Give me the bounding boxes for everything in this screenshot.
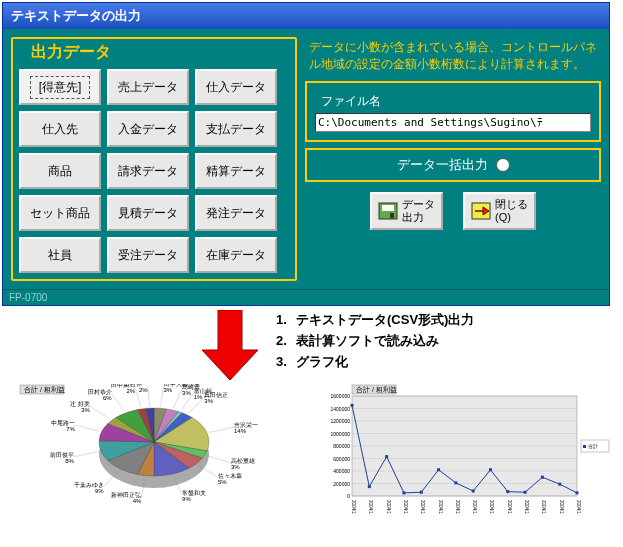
svg-text:2%: 2% [139, 387, 148, 393]
category-button-11[interactable]: 発注データ [195, 195, 277, 231]
step-2: 2.表計算ソフトで読み込み [276, 331, 474, 352]
step-number: 3. [276, 352, 296, 373]
svg-rect-81 [437, 468, 440, 471]
svg-text:1%: 1% [194, 394, 203, 400]
svg-text:14%: 14% [234, 428, 247, 434]
category-button-8[interactable]: 精算データ [195, 153, 277, 189]
svg-text:2004/1/25: 2004/1/25 [524, 500, 529, 514]
flow-section: 1.テキストデータ(CSV形式)出力2.表計算ソフトで読み込み3.グラフ化 [200, 310, 623, 380]
action-row: データ 出力 閉じる (Q) [305, 192, 601, 230]
category-button-7[interactable]: 請求データ [107, 153, 189, 189]
svg-rect-87 [541, 476, 544, 479]
exit-arrow-icon [471, 202, 491, 220]
step-text: 表計算ソフトで読み込み [296, 331, 439, 352]
app-body: 出力データ [得意先]売上データ仕入データ仕入先入金データ支払データ商品請求デー… [3, 29, 609, 289]
steps-list: 1.テキストデータ(CSV形式)出力2.表計算ソフトで読み込み3.グラフ化 [276, 310, 474, 372]
svg-text:新神田正弘: 新神田正弘 [111, 491, 141, 498]
svg-text:600000: 600000 [333, 456, 350, 462]
svg-rect-1 [382, 205, 394, 211]
svg-text:7%: 7% [66, 426, 75, 432]
svg-text:1600000: 1600000 [331, 393, 351, 399]
category-button-12[interactable]: 社員 [19, 237, 101, 273]
category-button-10[interactable]: 見積データ [107, 195, 189, 231]
line-chart: 0200000400000600000800000100000012000001… [314, 384, 614, 514]
svg-line-37 [74, 452, 99, 457]
svg-text:2004/1/30: 2004/1/30 [576, 500, 581, 514]
svg-text:2004/1/15: 2004/1/15 [438, 500, 443, 514]
file-box: ファイル名 [305, 81, 601, 142]
svg-text:3%: 3% [81, 407, 90, 413]
svg-rect-77 [368, 485, 371, 488]
category-button-4[interactable]: 入金データ [107, 111, 189, 147]
svg-text:4%: 4% [133, 498, 142, 504]
step-number: 1. [276, 310, 296, 331]
window-title: テキストデータの出力 [11, 8, 141, 23]
down-arrow-icon [200, 310, 260, 380]
step-1: 1.テキストデータ(CSV形式)出力 [276, 310, 474, 331]
batch-output-box[interactable]: データ一括出力 [305, 148, 601, 182]
svg-text:2004/1/19: 2004/1/19 [472, 500, 477, 514]
output-data-panel: 出力データ [得意先]売上データ仕入データ仕入先入金データ支払データ商品請求デー… [11, 37, 297, 281]
step-text: グラフ化 [296, 352, 348, 373]
batch-label: データ一括出力 [397, 156, 488, 174]
category-button-6[interactable]: 商品 [19, 153, 101, 189]
category-button-14[interactable]: 在庫データ [195, 237, 277, 273]
svg-text:2004/1/23: 2004/1/23 [507, 500, 512, 514]
svg-text:2004/1/29: 2004/1/29 [559, 500, 564, 514]
svg-line-19 [209, 427, 234, 432]
category-button-5[interactable]: 支払データ [195, 111, 277, 147]
batch-radio[interactable] [496, 158, 510, 172]
svg-text:3%: 3% [182, 390, 191, 396]
svg-text:3%: 3% [164, 387, 173, 393]
svg-rect-86 [524, 491, 527, 494]
svg-text:400000: 400000 [333, 468, 350, 474]
svg-rect-82 [454, 481, 457, 484]
svg-text:200000: 200000 [333, 481, 350, 487]
svg-text:6%: 6% [103, 395, 112, 401]
step-text: テキストデータ(CSV形式)出力 [296, 310, 474, 331]
svg-text:3%: 3% [231, 464, 240, 470]
svg-text:2004/1/27: 2004/1/27 [541, 500, 546, 514]
svg-text:1200000: 1200000 [331, 418, 351, 424]
svg-rect-83 [472, 490, 475, 493]
category-button-9[interactable]: セット商品 [19, 195, 101, 231]
svg-rect-2 [390, 213, 394, 218]
svg-text:2004/1/5: 2004/1/5 [351, 500, 356, 514]
status-text: FP-0700 [9, 292, 47, 303]
svg-rect-89 [576, 491, 579, 494]
category-button-label: [得意先] [30, 76, 91, 99]
output-button[interactable]: データ 出力 [370, 192, 443, 230]
category-button-1[interactable]: 売上データ [107, 69, 189, 105]
svg-line-40 [75, 425, 100, 431]
category-button-3[interactable]: 仕入先 [19, 111, 101, 147]
category-button-13[interactable]: 受注データ [107, 237, 189, 273]
svg-rect-85 [506, 490, 509, 493]
close-button[interactable]: 閉じる (Q) [463, 192, 536, 230]
svg-text:合計: 合計 [588, 443, 598, 449]
svg-line-52 [148, 386, 150, 406]
charts-row: 田中大輔3%島崎豊3%富山純1%真田信正3%吉沢栄一14%高松重雄3%佐々木章5… [0, 380, 623, 518]
svg-line-22 [207, 455, 231, 462]
svg-rect-79 [402, 491, 405, 494]
file-label: ファイル名 [315, 93, 591, 110]
svg-text:辻 好美: 辻 好美 [70, 400, 90, 407]
filename-input[interactable] [315, 113, 591, 132]
svg-text:2004/1/9: 2004/1/9 [386, 500, 391, 514]
svg-rect-78 [385, 455, 388, 458]
svg-rect-84 [489, 468, 492, 471]
right-panel: データに小数が含まれている場合、コントロールパネル地域の設定の金額小数桁数により… [305, 37, 601, 281]
svg-text:高松重雄: 高松重雄 [231, 457, 255, 464]
category-button-2[interactable]: 仕入データ [195, 69, 277, 105]
svg-text:1400000: 1400000 [331, 406, 351, 412]
panel-legend: 出力データ [27, 42, 115, 63]
svg-rect-76 [351, 404, 354, 407]
category-button-0[interactable]: [得意先] [19, 69, 101, 105]
svg-text:5%: 5% [218, 479, 227, 485]
svg-text:2004/1/7: 2004/1/7 [368, 500, 373, 514]
svg-line-16 [189, 397, 205, 413]
status-bar: FP-0700 [3, 289, 609, 305]
svg-rect-80 [420, 491, 423, 494]
window-titlebar: テキストデータの出力 [3, 3, 609, 29]
svg-marker-5 [202, 310, 258, 380]
button-grid: [得意先]売上データ仕入データ仕入先入金データ支払データ商品請求データ精算データ… [19, 69, 289, 273]
